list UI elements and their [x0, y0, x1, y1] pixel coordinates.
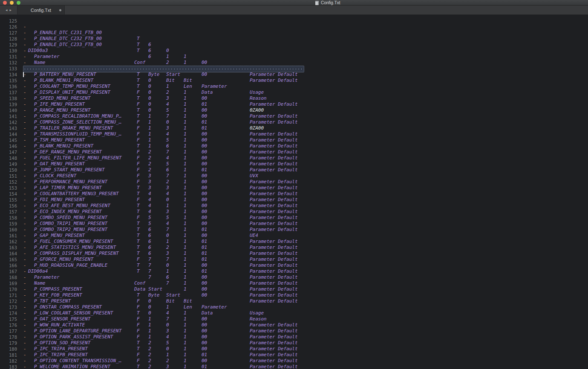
minimize-window-button[interactable] [10, 1, 14, 5]
code-line-142[interactable]: 142 - P_TRANSMISSIONFLUID_TEMP_MENU_… F … [0, 113, 588, 119]
code-line-163[interactable]: 163 - P_GFORCE_MENU_PRESENT T 7 6 1 00 P… [0, 239, 588, 245]
code-line-162[interactable]: 162 - P_COMPASS_DISPLAY_MENU_PRESENT F 7… [0, 233, 588, 239]
code-line-144[interactable]: 144 - P_BLANK_MENU2_PRESENT F 2 5 1 00 P… [0, 125, 588, 131]
code-line-152[interactable]: 152 - P_COOLANTBATTERY_MENU3_PRESENT F 4… [0, 173, 588, 179]
code-line-154[interactable]: 154 - P_ECO_AFE_BEST_MENU_PRESENT T 5 4 … [0, 185, 588, 191]
code-line-169[interactable]: 169 - P_KEY_FOB_PRESENT F 0 4 1 00 Param… [0, 274, 588, 280]
code-line-175[interactable]: 175 - P_OPTION_LANE_DEPARTURE_PRESENT F … [0, 310, 588, 316]
code-line-130[interactable]: 130 - Name Data Byte Bit Len Data Reason [0, 42, 588, 48]
code-line-179[interactable]: 179 - P_IPC_TRIPB_PRESENT F 2 4 1 00 Par… [0, 334, 588, 340]
zoom-window-button[interactable] [17, 1, 20, 5]
code-line-184[interactable]: 184 - P_OPTION_LANE_KEEPER_PRESENT T 4 6… [0, 364, 588, 369]
code-line-160[interactable]: 160 - P_FUEL_CONSUMER_MENU_PRESENT T 6 7… [0, 221, 588, 227]
forward-icon[interactable]: ▶ [10, 9, 12, 12]
window-title: Config.Txt [321, 0, 340, 6]
tab-nav-arrows: ◀ ▶ [0, 6, 17, 14]
tab-label: Config.Txt [31, 8, 51, 13]
code-line-180[interactable]: 180 - P_OPTION_CONTENT_TRANSMISSION_… T … [0, 340, 588, 346]
code-line-128[interactable]: 128 - DID00a3 [0, 30, 588, 36]
code-line-176[interactable]: 176 - P_OPTION_PARK_ASSIST_PRESENT T 2 1… [0, 316, 588, 322]
code-line-148[interactable]: 148 - P_JUMP_START_MENU_PRESENT F 3 3 1 … [0, 149, 588, 155]
code-line-134[interactable]: 134 - P_COOLANT_TEMP_MENU_PRESENT F 0 4 … [0, 66, 588, 72]
code-line-126[interactable]: 126 - P_ENABLE_DTC_C232_FTB_00 T 6 1 1 0… [0, 18, 588, 24]
code-line-166[interactable]: 166 - Parameter Conf Start Start Bit Par… [0, 257, 588, 262]
code-line-139[interactable]: 139 - P_COMPASS_RECALIBRATION_MENU_P… F … [0, 95, 588, 101]
code-line-182[interactable]: 182 - P_RUN_ANIMATION_PRESENT F 4 1 1 01… [0, 352, 588, 358]
tab-bar: ◀ ▶ Config.Txt [0, 6, 588, 15]
code-line-145[interactable]: 145 - P_DEF_RANGE_MENU_PRESENT F 2 6 1 0… [0, 131, 588, 137]
code-line-143[interactable]: 143 - P_TSM_MENU_PRESENT T 2 4 1 01 UVX [0, 119, 588, 125]
tab-modified-dot-icon [59, 9, 61, 11]
code-line-165[interactable]: 165 - DID00a4 [0, 251, 588, 257]
window-title-group: Config.Txt [315, 0, 340, 6]
code-line-167[interactable]: 167 - Name Data Byte Bit Len Data Reason [0, 262, 588, 268]
code-line-150[interactable]: 150 - P_PERFORMANCE_MENU_PRESENT T 4 0 1… [0, 161, 588, 167]
window-titlebar: Config.Txt [0, 0, 588, 6]
code-line-141[interactable]: 141 - P_TRAILER_BRAKE_MENU_PRESENT F 1 6… [0, 107, 588, 113]
code-line-173[interactable]: 173 - P_OAT_SENSOR_PRESENT F 1 4 1 00 Pa… [0, 298, 588, 304]
code-line-133[interactable]: 133 - P_BLANK_MENU1_PRESENT T 0 3 1 00 P… [0, 60, 588, 66]
editor-lines[interactable]: 125 - P_ENABLE_DTC_C231_FTB_00 T 6 0 1 0… [0, 15, 588, 369]
code-line-149[interactable]: 149 - P_CLOCK_PRESENT F 3 4 1 00 Paramet… [0, 155, 588, 161]
code-line-174[interactable]: 174 - P_WOW_RUN_ACTIVATE F 1 5 1 01 Para… [0, 304, 588, 310]
code-line-164[interactable]: 164 - P_HUD_ROADSIGN_PAGE_ENABLE T 7 7 1… [0, 245, 588, 251]
code-line-178[interactable]: 178 - P_IPC_TRIPA_PRESENT F 2 3 1 00 Par… [0, 328, 588, 334]
tab-config-txt[interactable]: Config.Txt [17, 6, 65, 14]
code-line-159[interactable]: 159 - P_GAP_MENU_PRESENT T 6 3 1 00 Para… [0, 215, 588, 221]
traffic-lights [3, 1, 20, 5]
code-line-158[interactable]: 158 - P_COMBO_TRIP2_MENU_PRESENT T 6 2 1… [0, 209, 588, 215]
code-line-131[interactable]: 131 - P_AVS_MENU_PRESENT T 0 1 1 00 Para… [0, 48, 588, 54]
code-line-183[interactable]: 183 - P_GOODBYE_ANIMATION_PRESENT T 4 3 … [0, 358, 588, 364]
code-line-156[interactable]: 156 - P_COMBO_SPEED_MENU_PRESENT T 6 0 1… [0, 197, 588, 203]
document-icon [315, 1, 319, 5]
code-line-146[interactable]: 146 - P_FUEL_FILTER_LIFE_MENU_PRESENT F … [0, 137, 588, 143]
code-line-161[interactable]: 161 - P_AFE_STATISTICS_MENU_PRESENT T 7 … [0, 227, 588, 233]
code-line-127[interactable]: 127 - P_ENABLE_DTC_C233_FTB_00 T 6 2 1 0… [0, 24, 588, 30]
code-line-157[interactable]: 157 - P_COMBO_TRIP1_MENU_PRESENT T 6 1 1… [0, 203, 588, 209]
code-line-125[interactable]: 125 - P_ENABLE_DTC_C231_FTB_00 T 6 0 1 0… [0, 15, 588, 18]
code-line-151[interactable]: 151 - P_LAP_TIMER_MENU_PRESENT T 4 1 1 0… [0, 167, 588, 173]
code-line-136[interactable]: 136 - P_SPEED_MENU_PRESENT F 0 7 1 01 Pa… [0, 78, 588, 84]
code-line-132[interactable]: 132 - P_BATTERY_MENU_PRESENT T 0 2 1 01 … [0, 54, 588, 60]
code-line-135[interactable]: 135 - P_DISPLAY_UNIT_MENU_PRESENT T 0 5 … [0, 72, 588, 78]
code-line-153[interactable]: 153 - P_FDI_MENU_PRESENT T 4 5 1 01 UE4 [0, 179, 588, 185]
code-line-147[interactable]: 147 - P_OAT_MENU_PRESENT F 3 2 1 00 Para… [0, 143, 588, 149]
code-line-137[interactable]: 137 - P_IFE_MENU_PRESENT T 1 0 1 00 Para… [0, 84, 588, 89]
code-line-177[interactable]: 177 - P_OPTION_SOD_PRESENT T 2 2 1 00 Pa… [0, 322, 588, 328]
back-icon[interactable]: ◀ [6, 9, 7, 12]
close-window-button[interactable] [3, 1, 7, 5]
code-line-129[interactable]: 129 - Parameter Conf Start Start Bit Par… [0, 36, 588, 42]
code-line-138[interactable]: 138 - P_RANGE_MENU_PRESENT T 1 3 1 00 Pa… [0, 89, 588, 95]
code-line-171[interactable]: 171 - P_ONSTAR_COMPASS_PRESENT T 1 0 1 0… [0, 286, 588, 292]
code-line-170[interactable]: 170 - P_TBT_PRESENT F 0 7 1 00 Parameter… [0, 280, 588, 286]
code-line-140[interactable]: 140 - P_COMPASS_ZONE_SELECTION_MENU_… F … [0, 101, 588, 107]
code-line-155[interactable]: 155 - P_ECO_INDEX_MENU_PRESENT F 5 7 1 0… [0, 191, 588, 197]
code-line-168[interactable]: 168 - P_COMPASS_PRESENT T 0 1 1 00 Param… [0, 268, 588, 274]
code-line-172[interactable]: 172 - P_LOW_COOLANT_SENSOR_PRESENT F 1 3… [0, 292, 588, 298]
code-line-181[interactable]: 181 - P_WELCOME_ANIMATION_PRESENT F 4 0 … [0, 346, 588, 352]
